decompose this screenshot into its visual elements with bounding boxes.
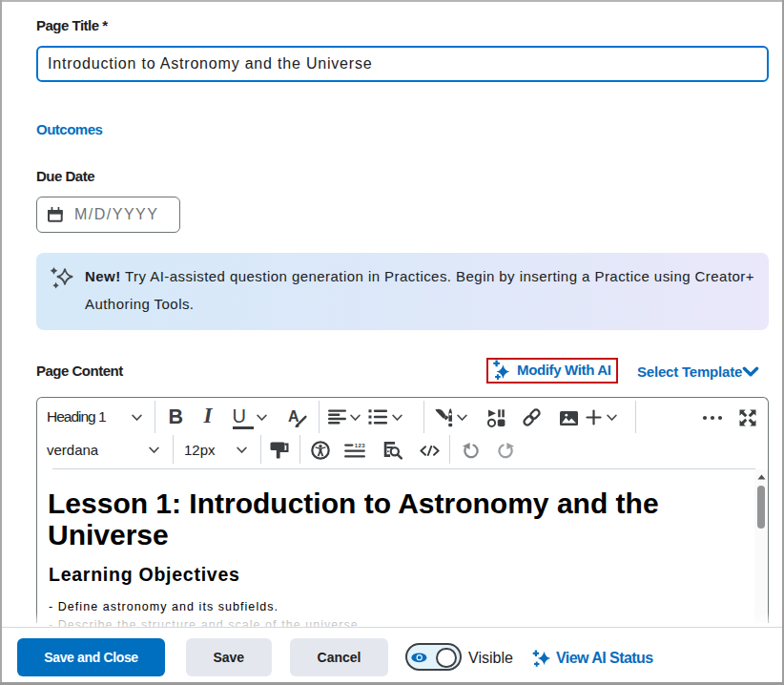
svg-text:123: 123: [355, 443, 365, 448]
